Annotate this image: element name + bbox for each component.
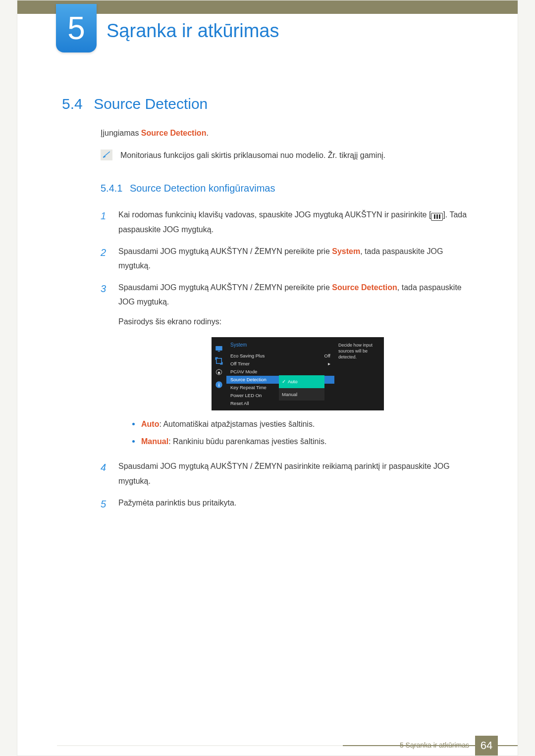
step-number: 5 — [101, 496, 109, 512]
label: Power LED On — [230, 391, 262, 400]
subsection-number: 5.4.1 — [101, 183, 122, 194]
osd-menu: System Eco Saving PlusOff Off Timer▸ PC/… — [226, 337, 334, 411]
em: Source Detection — [332, 283, 397, 292]
svg-rect-0 — [215, 346, 222, 351]
label: Manual — [282, 390, 297, 399]
osd-items: Eco Saving PlusOff Off Timer▸ PC/AV Mode… — [226, 352, 334, 410]
em: System — [332, 247, 360, 255]
svg-point-3 — [218, 371, 220, 374]
bullet-list: Auto: Automatiškai atpažįstamas įvesties… — [132, 417, 477, 448]
intro-suffix: . — [206, 129, 208, 137]
step-body: Spausdami JOG mygtuką AUKŠTYN / ŽEMYN pa… — [118, 459, 477, 488]
osd-screenshot: i System Eco Saving PlusOff Off Timer▸ P… — [212, 337, 384, 411]
resize-icon — [214, 357, 223, 365]
label: Auto — [288, 377, 298, 386]
svg-text:i: i — [218, 382, 220, 387]
section-title: Source Detection — [94, 96, 208, 112]
osd-item-offtimer: Off Timer▸ — [226, 360, 334, 368]
footer-page-number: 64 — [475, 736, 498, 756]
label: Key Repeat Time — [230, 383, 267, 392]
info-icon: i — [214, 381, 223, 389]
check-icon: ✓ — [282, 377, 286, 386]
step-number: 4 — [101, 459, 109, 488]
page: 5 Sąranka ir atkūrimas 5.4 Source Detect… — [17, 0, 518, 756]
svg-rect-2 — [216, 358, 222, 363]
step-number: 2 — [101, 244, 109, 273]
step-number: 3 — [101, 280, 109, 453]
note-icon — [101, 150, 112, 160]
value: Off — [324, 352, 331, 360]
gear-icon — [214, 369, 223, 377]
osd-help-text: Decide how input sources will be detecte… — [334, 337, 384, 411]
menu-icon — [431, 213, 443, 221]
step-body: Pažymėta parinktis bus pritaikyta. — [118, 496, 477, 512]
steps: 1 Kai rodomas funkcinių klavišų vadovas,… — [101, 207, 477, 512]
text: Spausdami JOG mygtuką AUKŠTYN / ŽEMYN pe… — [118, 283, 332, 292]
label: Source Detection — [230, 375, 267, 384]
label: PC/AV Mode — [230, 367, 257, 376]
section-number: 5.4 — [62, 96, 83, 112]
value: ▸ — [328, 359, 330, 368]
osd-item-eco: Eco Saving PlusOff — [226, 352, 334, 360]
step-number: 1 — [101, 207, 109, 237]
text: Pasirodys šis ekrano rodinys: — [118, 314, 477, 329]
chapter-badge: 5 — [56, 4, 97, 52]
step-body: Spausdami JOG mygtuką AUKŠTYN / ŽEMYN pe… — [118, 280, 477, 453]
osd-popup-manual: Manual — [279, 388, 324, 401]
intro-line: Įjungiamas Source Detection. — [101, 126, 477, 140]
step-3: 3 Spausdami JOG mygtuką AUKŠTYN / ŽEMYN … — [101, 280, 477, 453]
bullet-auto: Auto: Automatiškai atpažįstamas įvesties… — [132, 417, 477, 431]
bullet-manual: Manual: Rankiniu būdu parenkamas įvestie… — [132, 435, 477, 448]
step-1: 1 Kai rodomas funkcinių klavišų vadovas,… — [101, 207, 477, 237]
note: Monitoriaus funkcijos gali skirtis prikl… — [101, 149, 477, 162]
intro-prefix: Įjungiamas — [101, 129, 141, 137]
monitor-icon — [214, 345, 223, 353]
label: Reset All — [230, 399, 249, 408]
label: Eco Saving Plus — [230, 352, 265, 360]
footer-chapter: 5 Sąranka ir atkūrimas — [400, 741, 469, 751]
body: Įjungiamas Source Detection. Monitoriaus… — [101, 126, 477, 519]
osd-sidebar: i — [212, 337, 226, 411]
text: : Automatiškai atpažįstamas įvesties šal… — [159, 420, 315, 428]
subsection-title: Source Detection konfigūravimas — [130, 183, 275, 194]
text: Kai rodomas funkcinių klavišų vadovas, s… — [118, 210, 431, 219]
em: Manual — [141, 437, 168, 446]
step-2: 2 Spausdami JOG mygtuką AUKŠTYN / ŽEMYN … — [101, 244, 477, 273]
label: Off Timer — [230, 359, 250, 368]
step-body: Spausdami JOG mygtuką AUKŠTYN / ŽEMYN pe… — [118, 244, 477, 273]
footer: 5 Sąranka ir atkūrimas 64 — [17, 736, 518, 756]
step-body: Kai rodomas funkcinių klavišų vadovas, s… — [118, 207, 477, 237]
note-text: Monitoriaus funkcijos gali skirtis prikl… — [120, 149, 477, 162]
step-5: 5 Pažymėta parinktis bus pritaikyta. — [101, 496, 477, 512]
subsection-heading: 5.4.1 Source Detection konfigūravimas — [101, 180, 477, 197]
osd-item-reset: Reset All — [226, 400, 334, 407]
chapter-number: 5 — [67, 10, 85, 47]
svg-rect-1 — [218, 351, 220, 352]
section-heading: 5.4 Source Detection — [62, 96, 208, 112]
step-4: 4 Spausdami JOG mygtuką AUKŠTYN / ŽEMYN … — [101, 459, 477, 488]
em: Auto — [141, 420, 159, 428]
osd-popup-auto: ✓Auto — [279, 375, 324, 388]
osd-menu-header: System — [226, 337, 334, 353]
osd-popup: ✓Auto Manual — [279, 375, 324, 401]
text: : Rankiniu būdu parenkamas įvesties šalt… — [168, 437, 326, 446]
chapter-title: Sąranka ir atkūrimas — [107, 20, 279, 42]
intro-em: Source Detection — [141, 129, 207, 137]
text: Spausdami JOG mygtuką AUKŠTYN / ŽEMYN pe… — [118, 247, 332, 255]
osd-item-pcav: PC/AV Mode — [226, 368, 334, 376]
